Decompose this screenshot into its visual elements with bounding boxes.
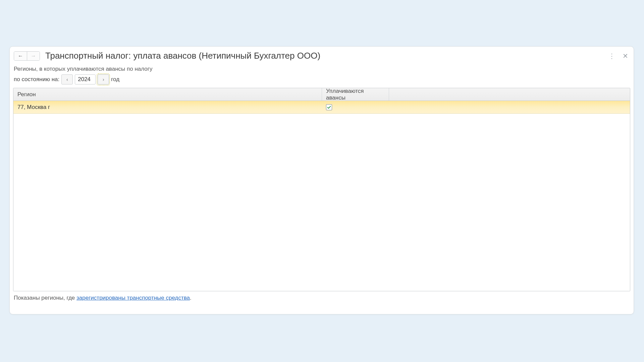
cell-advances xyxy=(322,101,389,113)
nav-buttons: ← → xyxy=(14,51,40,61)
cell-region: 77, Москва г xyxy=(13,101,322,113)
more-menu-button[interactable]: ⋮ xyxy=(607,51,617,61)
page-title: Транспортный налог: уплата авансов (Нети… xyxy=(45,51,320,61)
back-button[interactable]: ← xyxy=(14,52,27,60)
filter-suffix: год xyxy=(111,76,119,83)
cell-empty xyxy=(389,101,630,113)
arrow-right-icon: → xyxy=(31,53,36,59)
kebab-icon: ⋮ xyxy=(608,52,615,60)
table-body: 77, Москва г xyxy=(13,101,630,291)
subtitle-text: Регионы, в которых уплачиваются авансы п… xyxy=(14,66,630,72)
footer-text: Показаны регионы, где зарегистрированы т… xyxy=(14,295,630,301)
col-header-advances[interactable]: Уплачиваются авансы xyxy=(322,88,389,101)
col-header-empty xyxy=(389,88,630,101)
check-icon xyxy=(327,105,331,110)
year-input[interactable] xyxy=(75,74,96,84)
dialog-window: ← → Транспортный налог: уплата авансов (… xyxy=(9,46,634,314)
table-row[interactable]: 77, Москва г xyxy=(13,101,630,114)
year-prev-button[interactable]: ‹ xyxy=(61,74,73,84)
col-header-region[interactable]: Регион xyxy=(13,88,322,101)
chevron-right-icon: › xyxy=(103,77,104,82)
footer-link[interactable]: зарегистрированы транспортные средства xyxy=(76,295,190,301)
regions-table: Регион Уплачиваются авансы 77, Москва г xyxy=(13,88,630,291)
filter-prefix: по состоянию на: xyxy=(14,76,59,83)
year-next-button[interactable]: › xyxy=(98,74,109,84)
table-header: Регион Уплачиваются авансы xyxy=(13,88,630,101)
chevron-left-icon: ‹ xyxy=(66,77,68,82)
year-filter: по состоянию на: ‹ › год xyxy=(14,74,630,84)
footer-prefix: Показаны регионы, где xyxy=(14,295,76,301)
close-button[interactable]: ✕ xyxy=(620,51,630,61)
forward-button[interactable]: → xyxy=(27,52,40,60)
advances-checkbox[interactable] xyxy=(326,104,332,110)
titlebar: ← → Транспортный налог: уплата авансов (… xyxy=(13,50,630,64)
arrow-left-icon: ← xyxy=(18,53,23,59)
footer-suffix: . xyxy=(190,295,192,301)
close-icon: ✕ xyxy=(623,52,628,60)
